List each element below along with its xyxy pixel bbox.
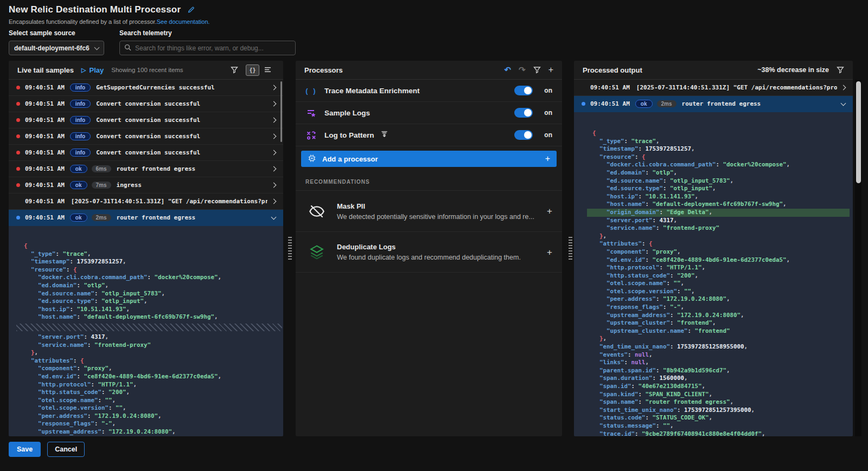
chevron-right-icon[interactable]: [841, 85, 846, 91]
blue-status-dot: [582, 102, 585, 106]
chevron-right-icon[interactable]: [271, 183, 277, 188]
json-line: "ed.source.type": "otlp_input",: [24, 298, 276, 306]
red-status-dot: [16, 118, 20, 122]
json-line: "http.status_code": "200",: [24, 389, 276, 397]
filter-icon[interactable]: [533, 66, 541, 74]
chevron-right-icon[interactable]: [271, 85, 277, 91]
level-badge: ok: [70, 214, 87, 222]
processor-row[interactable]: Log to Patternon: [296, 124, 562, 146]
json-line: "status.message": "",: [592, 422, 845, 430]
processor-row[interactable]: ( )Trace Metadata Enrichmenton: [296, 80, 562, 102]
chevron-down-icon: [94, 44, 100, 50]
json-line: "http.protocol": "HTTP/1.1",: [592, 264, 845, 272]
chevron-right-icon[interactable]: [271, 134, 277, 139]
json-line: "resource": {: [592, 153, 845, 162]
processor-toggle[interactable]: [514, 130, 533, 140]
search-telemetry-box[interactable]: [119, 41, 296, 55]
cancel-button[interactable]: Cancel: [47, 442, 85, 457]
undo-icon[interactable]: ↶: [505, 65, 512, 75]
log-row[interactable]: 09:40:51 AMok6msrouter frontend egress: [9, 161, 283, 177]
chevron-right-icon[interactable]: [271, 101, 277, 107]
json-line: "span.id": "40e67e2130d84715",: [592, 383, 845, 391]
panel-resize-handle[interactable]: [288, 237, 292, 260]
panel-resize-handle[interactable]: [569, 237, 572, 260]
log-row[interactable]: 09:40:51 AMinfoGetSupportedCurrencies su…: [9, 80, 283, 96]
log-row[interactable]: 09:40:51 AMinfoConvert conversion succes…: [9, 112, 283, 128]
recommendations-heading: RECOMMENDATIONS: [296, 167, 562, 190]
play-button[interactable]: ▷Play: [81, 66, 104, 74]
log-row[interactable]: 09:40:51 AMok7msingress: [9, 177, 283, 193]
filter-icon[interactable]: [231, 66, 238, 74]
json-line: "_type": "trace",: [592, 138, 845, 146]
log-row[interactable]: 09:40:51 AMinfoConvert conversion succes…: [9, 145, 283, 161]
json-view-toggle[interactable]: {}: [246, 64, 259, 76]
masked-line-placeholder: [16, 324, 282, 331]
toggle-knob: [524, 109, 532, 117]
toggle-state-label: on: [544, 87, 552, 94]
chevron-right-icon[interactable]: [271, 118, 277, 123]
level-badge: info: [70, 83, 91, 92]
braces-icon: {}: [249, 67, 256, 73]
add-icon[interactable]: +: [548, 66, 553, 74]
json-line: "events": null,: [592, 351, 845, 359]
add-a-processor-button[interactable]: Add a processor +: [301, 151, 557, 167]
log-row[interactable]: 09:40:51 AMok2msrouter frontend egress: [9, 210, 283, 226]
processed-output-panel: Processed output ~38% decrease in size 0…: [574, 61, 853, 436]
json-line: "upstream_cluster": "frontend",: [592, 319, 845, 327]
processors-title: Processors: [304, 66, 343, 74]
log-row[interactable]: 09:40:51 AM[2025-07-31T14:40:51.331Z] "G…: [9, 193, 283, 210]
log-message: [2025-07-31T14:40:51.331Z] "GET /api/rec…: [636, 84, 837, 91]
json-line: "status.code": "STATUS_CODE_OK",: [592, 414, 845, 422]
parentheses-icon: ( ): [305, 87, 317, 95]
sample-source-select[interactable]: default-deployment-6fc6: [9, 41, 104, 55]
vertical-scrollbar-thumb[interactable]: [856, 81, 861, 183]
log-row[interactable]: 09:40:51 AMok2msrouter frontend egress: [574, 96, 853, 112]
add-recommendation-button[interactable]: +: [547, 248, 552, 257]
sample-source-value: default-deployment-6fc6: [14, 44, 95, 52]
list-scrollbar-thumb[interactable]: [280, 81, 282, 142]
chevron-right-icon[interactable]: [271, 150, 277, 156]
chevron-right-icon[interactable]: [271, 166, 277, 172]
processor-row[interactable]: Sample Logson: [296, 102, 562, 124]
log-row[interactable]: 09:40:51 AMinfoConvert conversion succes…: [9, 96, 283, 112]
chevron-right-icon[interactable]: [271, 199, 277, 204]
processor-toggle[interactable]: [514, 108, 533, 118]
chevron-down-icon[interactable]: [841, 100, 846, 106]
save-button[interactable]: Save: [9, 442, 41, 457]
pattern-icon: [305, 130, 317, 140]
json-line: {: [592, 130, 845, 138]
recommendation-card[interactable]: Deduplicate LogsWe found duplicate logs …: [296, 231, 562, 273]
added-field-line: "origin_domain": "Edge Delta",: [587, 209, 850, 217]
filter-icon[interactable]: [837, 66, 844, 74]
status-dot-placeholder: [16, 199, 20, 203]
list-view-toggle[interactable]: [261, 64, 275, 76]
compact-icon[interactable]: [380, 130, 388, 140]
json-line: "component": "proxy",: [24, 365, 276, 373]
vertical-scrollbar-track[interactable]: [855, 80, 861, 436]
log-row[interactable]: 09:40:51 AMinfoConvert conversion succes…: [9, 128, 283, 145]
redo-icon[interactable]: ↷: [519, 65, 526, 75]
json-line: "peer.address": "172.19.0.24:8080",: [24, 412, 276, 421]
search-telemetry-input[interactable]: [135, 44, 291, 52]
red-status-dot: [16, 167, 20, 171]
json-line: "span.kind": "SPAN_KIND_CLIENT",: [592, 391, 845, 399]
chevron-down-icon[interactable]: [271, 214, 277, 220]
play-label: Play: [90, 66, 104, 74]
json-line: "otel.scope.name": "",: [24, 397, 276, 405]
add-recommendation-button[interactable]: +: [547, 207, 552, 216]
log-row[interactable]: 09:40:51 AM[2025-07-31T14:40:51.331Z] "G…: [574, 80, 853, 96]
processor-label: Trace Metadata Enrichment: [324, 87, 420, 95]
json-line: "span.name": "router frontend egress",: [592, 398, 845, 407]
recommendation-card[interactable]: Mask PIIWe detected potentially sensitiv…: [296, 190, 562, 231]
duration-badge: 2ms: [92, 214, 111, 221]
play-icon: ▷: [81, 67, 86, 74]
json-line: "ed.source.type": "otlp_input",: [592, 185, 845, 193]
log-message: router frontend egress: [117, 165, 267, 172]
red-status-dot: [16, 102, 20, 106]
json-line: "host.ip": "10.51.141.93",: [592, 193, 845, 201]
json-line: "component": "proxy",: [592, 248, 845, 256]
edit-title-pencil-icon[interactable]: [187, 6, 195, 14]
json-line: "server.port": 4317,: [24, 333, 276, 341]
processor-toggle[interactable]: [514, 86, 533, 95]
see-documentation-link[interactable]: See documentation.: [157, 18, 210, 25]
